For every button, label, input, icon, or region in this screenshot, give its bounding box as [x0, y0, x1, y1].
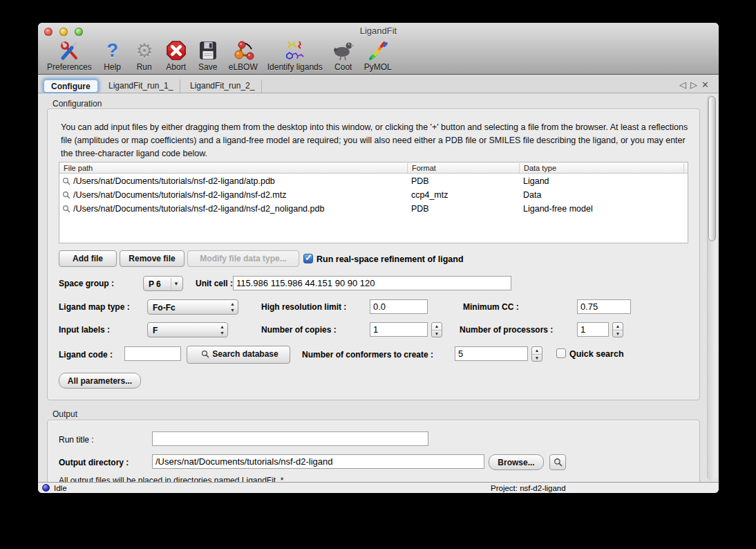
space-group-label: Space group :	[59, 279, 114, 288]
status-text: Idle	[54, 484, 67, 492]
table-row[interactable]: /Users/nat/Documents/tutorials/nsf-d2-li…	[59, 174, 688, 188]
add-file-button[interactable]: Add file	[59, 250, 117, 267]
file-table[interactable]: File path Format Data type /Users/nat/Do…	[59, 162, 688, 243]
abort-button[interactable]: Abort	[160, 38, 192, 72]
quick-search-checkbox[interactable]	[556, 348, 566, 358]
num-processors-stepper[interactable]: ▲▼	[612, 322, 623, 337]
num-conformers-label: Number of conformers to create :	[302, 350, 433, 360]
minimum-cc-label: Minimum CC :	[463, 302, 519, 312]
unit-cell-label: Unit cell :	[196, 279, 233, 288]
file-data-type: Data	[523, 190, 541, 200]
tab-configure[interactable]: Configure	[44, 80, 98, 93]
input-labels-popup[interactable]: F ▲▼	[147, 322, 228, 337]
tools-icon	[58, 39, 80, 62]
configuration-section-label: Configuration	[53, 99, 102, 109]
status-bar: Idle Project: nsf-d2-ligand	[38, 482, 719, 493]
window-title: LigandFit	[38, 26, 719, 36]
magnifier-icon	[62, 177, 70, 187]
output-directory-label: Output directory :	[59, 458, 129, 467]
question-mark-icon: ?	[102, 39, 124, 62]
magnifier-icon	[201, 350, 209, 360]
space-group-combobox[interactable]: P 6 ▼	[143, 276, 183, 291]
magnifier-icon	[62, 191, 70, 201]
chevron-down-icon: ▼	[171, 278, 181, 289]
ribbon-helix-icon	[367, 39, 389, 62]
tab-next-icon[interactable]: ▷	[690, 80, 701, 90]
file-path: /Users/nat/Documents/tutorials/nsf-d2-li…	[73, 204, 324, 214]
modify-file-data-type-button[interactable]: Modify file data type...	[187, 250, 299, 267]
file-format: ccp4_mtz	[411, 190, 448, 200]
column-header-spacer	[683, 163, 689, 173]
ligandfit-window: LigandFit Preferences ? Help	[38, 23, 719, 493]
tab-bar: Configure LigandFit_run_1_ LigandFit_run…	[38, 75, 719, 93]
elbow-button[interactable]: eLBOW	[224, 38, 263, 72]
unit-cell-field[interactable]	[233, 276, 511, 290]
num-processors-field[interactable]	[577, 322, 609, 337]
run-title-field[interactable]	[152, 431, 428, 446]
up-down-arrows-icon: ▲▼	[230, 301, 235, 313]
high-res-limit-field[interactable]	[370, 299, 428, 314]
coot-bird-icon	[332, 39, 355, 62]
output-note-text: All output files will be placed in direc…	[59, 476, 284, 482]
file-table-header: File path Format Data type	[59, 162, 688, 174]
preferences-button[interactable]: Preferences	[42, 38, 97, 72]
file-path: /Users/nat/Documents/tutorials/nsf-d2-li…	[73, 190, 286, 200]
table-row[interactable]: /Users/nat/Documents/tutorials/nsf-d2-li…	[59, 188, 688, 202]
identify-ligands-button[interactable]: Identify ligands	[263, 38, 328, 72]
num-copies-stepper[interactable]: ▲▼	[431, 322, 442, 337]
output-section-label: Output	[53, 409, 77, 419]
tab-ligandfit-run-2[interactable]: LigandFit_run_2_	[183, 80, 262, 93]
file-data-type: Ligand	[523, 176, 549, 186]
file-path: /Users/nat/Documents/tutorials/nsf-d2-li…	[73, 176, 275, 186]
search-database-button[interactable]: Search database	[187, 346, 290, 364]
column-header-file-path[interactable]: File path	[59, 163, 407, 173]
table-row[interactable]: /Users/nat/Documents/tutorials/nsf-d2-li…	[59, 202, 688, 216]
output-directory-field[interactable]	[152, 454, 484, 469]
ligand-sketch-icon	[284, 39, 306, 62]
run-refinement-label: Run real-space refinement of ligand	[316, 254, 464, 264]
help-button[interactable]: ? Help	[97, 38, 129, 72]
pymol-button[interactable]: PyMOL	[359, 38, 397, 72]
run-refinement-checkbox[interactable]	[303, 254, 313, 263]
magnifier-icon	[62, 205, 70, 215]
all-parameters-button[interactable]: All parameters...	[59, 373, 141, 389]
input-labels-label: Input labels :	[59, 325, 110, 335]
save-button[interactable]: Save	[192, 38, 224, 72]
project-text: Project: nsf-d2-ligand	[491, 484, 566, 492]
output-groupbox	[47, 420, 700, 482]
remove-file-button[interactable]: Remove file	[120, 250, 185, 267]
run-title-label: Run title :	[59, 435, 94, 445]
num-conformers-field[interactable]	[455, 346, 528, 361]
title-bar[interactable]: LigandFit	[38, 23, 719, 38]
scrollbar-thumb[interactable]	[708, 96, 716, 241]
num-copies-label: Number of copies :	[261, 325, 337, 335]
tab-ligandfit-run-1[interactable]: LigandFit_run_1_	[102, 80, 180, 93]
run-button[interactable]: ⚙ Run	[129, 38, 160, 72]
stop-x-icon	[165, 39, 187, 62]
high-res-limit-label: High resolution limit :	[261, 302, 346, 312]
ligand-code-label: Ligand code :	[59, 350, 113, 360]
browse-button[interactable]: Browse...	[489, 454, 544, 470]
num-processors-label: Number of processors :	[460, 325, 553, 335]
vertical-scrollbar[interactable]	[707, 95, 717, 481]
status-sphere-icon	[42, 484, 50, 492]
coot-button[interactable]: Coot	[328, 38, 359, 72]
ligand-map-type-popup[interactable]: Fo-Fc ▲▼	[147, 299, 238, 315]
column-header-data-type[interactable]: Data type	[519, 163, 683, 173]
tab-prev-icon[interactable]: ◁	[679, 80, 690, 90]
column-header-format[interactable]: Format	[407, 163, 519, 173]
up-down-arrows-icon: ▲▼	[220, 324, 225, 336]
open-directory-magnifier-button[interactable]	[549, 454, 566, 470]
num-conformers-stepper[interactable]: ▲▼	[531, 346, 542, 362]
instructions-text: You can add input files by either draggi…	[61, 121, 690, 160]
window-chrome: LigandFit Preferences ? Help	[38, 23, 719, 75]
file-format: PDB	[411, 204, 429, 214]
configure-panel: Configuration You can add input files by…	[38, 93, 719, 482]
minimum-cc-field[interactable]	[577, 299, 631, 314]
file-format: PDB	[411, 176, 429, 186]
tab-close-icon[interactable]: ✕	[701, 80, 713, 90]
ligand-code-field[interactable]	[124, 346, 181, 361]
num-copies-field[interactable]	[370, 322, 428, 337]
ligand-map-type-label: Ligand map type :	[59, 302, 130, 312]
molecule-balls-icon	[232, 39, 254, 62]
